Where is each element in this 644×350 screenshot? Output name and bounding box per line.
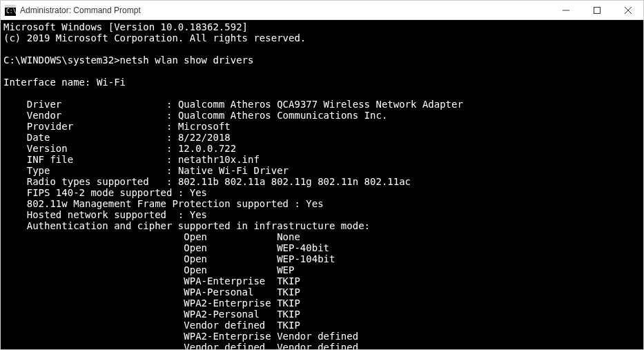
auth-cipher-list: Open None Open WEP-40bit Open WEP-104bit… xyxy=(3,231,358,349)
date-value: 8/22/2018 xyxy=(178,132,231,143)
window-controls xyxy=(550,1,643,19)
provider-value: Microsoft xyxy=(178,121,231,132)
vendor-value: Qualcomm Atheros Communications Inc. xyxy=(178,110,387,121)
window-title: Administrator: Command Prompt xyxy=(20,6,550,15)
hosted-label: Hosted network supported xyxy=(27,209,166,220)
radio-label: Radio types supported xyxy=(27,176,149,187)
prompt-path: C:\WINDOWS\system32> xyxy=(3,55,120,66)
interface-label: Interface name xyxy=(3,77,85,88)
titlebar[interactable]: C:\ Administrator: Command Prompt xyxy=(1,1,643,20)
version-label: Version xyxy=(27,143,68,154)
close-button[interactable] xyxy=(612,1,643,19)
driver-value: Qualcomm Atheros QCA9377 Wireless Networ… xyxy=(178,99,463,110)
date-label: Date xyxy=(27,132,50,143)
svg-rect-4 xyxy=(594,7,600,13)
maximize-button[interactable] xyxy=(581,1,612,19)
minimize-button[interactable] xyxy=(550,1,581,19)
inf-value: netathr10x.inf xyxy=(178,154,260,165)
type-value: Native Wi-Fi Driver xyxy=(178,165,289,176)
provider-label: Provider xyxy=(27,121,73,132)
cmd-icon: C:\ xyxy=(5,5,16,16)
inf-label: INF file xyxy=(27,154,73,165)
svg-rect-1 xyxy=(5,5,16,8)
prompt-command: netsh wlan show drivers xyxy=(120,55,254,66)
terminal-output[interactable]: Microsoft Windows [Version 10.0.18362.59… xyxy=(1,20,643,349)
version-value: 12.0.0.722 xyxy=(178,143,236,154)
version-line: Microsoft Windows [Version 10.0.18362.59… xyxy=(3,21,248,32)
fips-line: FIPS 140-2 mode supported : Yes xyxy=(27,187,207,198)
interface-name: Wi-Fi xyxy=(97,77,126,88)
hosted-value: Yes xyxy=(190,209,207,220)
type-label: Type xyxy=(27,165,50,176)
driver-label: Driver xyxy=(27,99,62,110)
command-prompt-window: C:\ Administrator: Command Prompt Micros… xyxy=(0,0,644,350)
radio-value: 802.11b 802.11a 802.11g 802.11n 802.11ac xyxy=(178,176,411,187)
vendor-label: Vendor xyxy=(27,110,62,121)
svg-text:C:\: C:\ xyxy=(6,8,16,14)
pmf-line: 802.11w Management Frame Protection supp… xyxy=(27,198,324,209)
copyright-line: (c) 2019 Microsoft Corporation. All righ… xyxy=(3,32,306,43)
auth-header: Authentication and cipher supported in i… xyxy=(27,220,370,231)
